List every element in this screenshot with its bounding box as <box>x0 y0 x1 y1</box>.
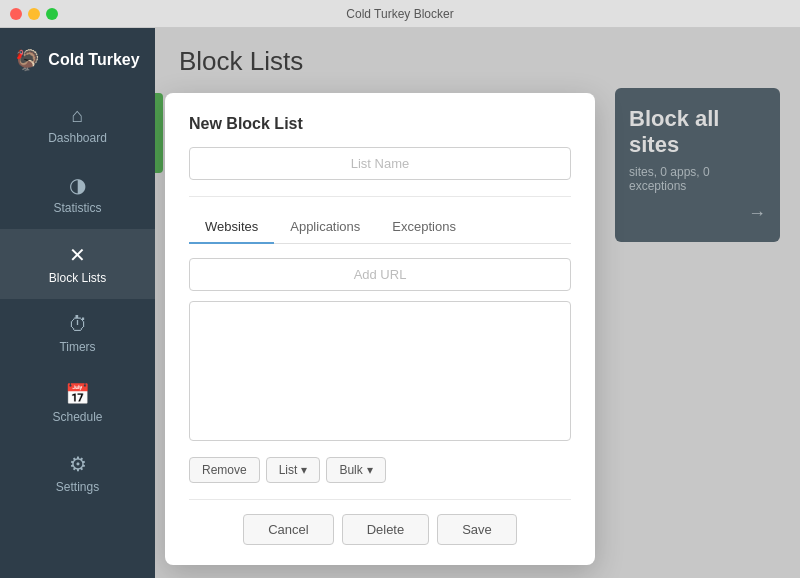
dialog-title: New Block List <box>189 115 571 133</box>
sidebar-item-schedule[interactable]: 📅 Schedule <box>0 368 155 438</box>
remove-label: Remove <box>202 463 247 477</box>
brand-icon: 🦃 <box>15 48 40 72</box>
list-name-input[interactable] <box>189 147 571 180</box>
dialog-divider-1 <box>189 196 571 197</box>
main-content: Block Lists Block all sites sites, 0 app… <box>155 28 800 578</box>
home-icon: ⌂ <box>71 104 83 127</box>
tab-exceptions[interactable]: Exceptions <box>376 211 472 244</box>
add-url-input[interactable] <box>189 258 571 291</box>
dialog-divider-2 <box>189 499 571 500</box>
list-button[interactable]: List ▾ <box>266 457 321 483</box>
sidebar-label-block-lists: Block Lists <box>49 271 106 285</box>
sidebar: 🦃 Cold Turkey ⌂ Dashboard ◑ Statistics ✕… <box>0 28 155 578</box>
cancel-button[interactable]: Cancel <box>243 514 333 545</box>
titlebar-buttons <box>10 8 58 20</box>
sidebar-label-statistics: Statistics <box>53 201 101 215</box>
save-button[interactable]: Save <box>437 514 517 545</box>
bulk-chevron-icon: ▾ <box>367 463 373 477</box>
new-block-list-dialog: New Block List Websites Applications Exc… <box>165 93 595 565</box>
list-label: List <box>279 463 298 477</box>
sidebar-item-dashboard[interactable]: ⌂ Dashboard <box>0 90 155 159</box>
bulk-button[interactable]: Bulk ▾ <box>326 457 385 483</box>
schedule-icon: 📅 <box>65 382 90 406</box>
footer-row: Cancel Delete Save <box>189 514 571 545</box>
sidebar-brand: 🦃 Cold Turkey <box>15 38 139 90</box>
titlebar: Cold Turkey Blocker <box>0 0 800 28</box>
sidebar-label-schedule: Schedule <box>52 410 102 424</box>
sidebar-item-statistics[interactable]: ◑ Statistics <box>0 159 155 229</box>
statistics-icon: ◑ <box>69 173 86 197</box>
bulk-label: Bulk <box>339 463 362 477</box>
close-button[interactable] <box>10 8 22 20</box>
url-list-textarea[interactable] <box>189 301 571 441</box>
dialog-tabs: Websites Applications Exceptions <box>189 211 571 244</box>
list-chevron-icon: ▾ <box>301 463 307 477</box>
minimize-button[interactable] <box>28 8 40 20</box>
delete-button[interactable]: Delete <box>342 514 430 545</box>
window-title: Cold Turkey Blocker <box>346 7 453 21</box>
tab-websites[interactable]: Websites <box>189 211 274 244</box>
sidebar-nav: ⌂ Dashboard ◑ Statistics ✕ Block Lists ⏱… <box>0 90 155 508</box>
settings-icon: ⚙ <box>69 452 87 476</box>
sidebar-label-settings: Settings <box>56 480 99 494</box>
timers-icon: ⏱ <box>68 313 88 336</box>
action-row: Remove List ▾ Bulk ▾ <box>189 457 571 483</box>
sidebar-label-dashboard: Dashboard <box>48 131 107 145</box>
remove-button[interactable]: Remove <box>189 457 260 483</box>
block-lists-icon: ✕ <box>69 243 86 267</box>
brand-name: Cold Turkey <box>48 51 139 69</box>
sidebar-item-block-lists[interactable]: ✕ Block Lists <box>0 229 155 299</box>
sidebar-item-timers[interactable]: ⏱ Timers <box>0 299 155 368</box>
sidebar-item-settings[interactable]: ⚙ Settings <box>0 438 155 508</box>
tab-applications[interactable]: Applications <box>274 211 376 244</box>
app-layout: 🦃 Cold Turkey ⌂ Dashboard ◑ Statistics ✕… <box>0 28 800 578</box>
maximize-button[interactable] <box>46 8 58 20</box>
sidebar-label-timers: Timers <box>59 340 95 354</box>
dialog-backdrop: New Block List Websites Applications Exc… <box>155 28 800 578</box>
